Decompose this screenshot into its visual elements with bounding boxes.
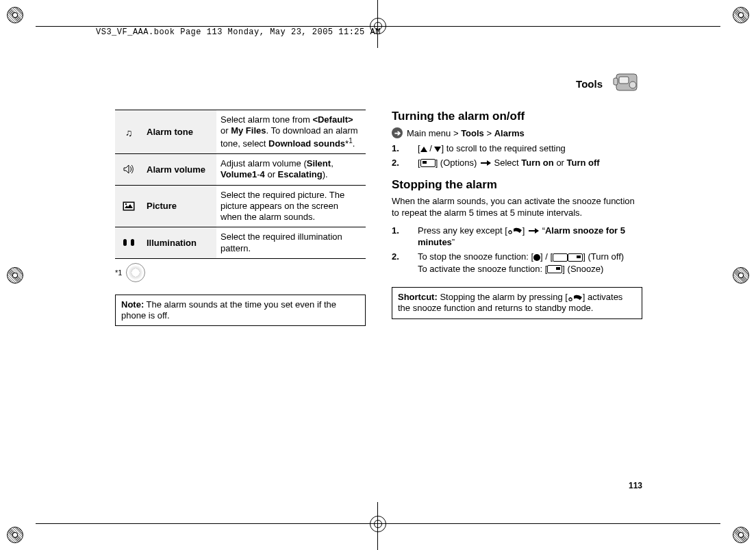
arrow-right-icon [529, 230, 538, 232]
print-header: VS3_VF_AAA.book Page 113 Monday, May 23,… [96, 27, 381, 37]
note-box: Note: The alarm sounds at the time you s… [115, 295, 366, 327]
table-row: ♫ Alarm tone Select alarm tone from <Def… [115, 110, 366, 154]
left-column: ♫ Alarm tone Select alarm tone from <Def… [115, 110, 366, 326]
crop-mark [708, 7, 749, 48]
center-key-icon [533, 254, 540, 261]
svg-rect-7 [123, 239, 127, 246]
table-row: Picture Select the required picture. The… [115, 185, 366, 227]
right-softkey-icon [547, 265, 562, 273]
svg-rect-1 [619, 77, 629, 84]
music-note-icon: ♫ [125, 128, 133, 138]
table-row: Illumination Select the required illumin… [115, 227, 366, 259]
right-column: Turning the alarm on/off ➔ Main menu > T… [392, 110, 642, 326]
crop-mark [708, 255, 749, 296]
end-key-icon [507, 227, 522, 235]
crop-mark [7, 502, 48, 543]
footnote: *1 [115, 263, 366, 282]
crop-mark [7, 255, 48, 296]
subheading-text: When the alarm sounds, you can activate … [392, 196, 642, 219]
tools-icon [612, 68, 642, 96]
row-label: Alarm tone [142, 110, 216, 154]
svg-point-2 [629, 82, 636, 88]
illumination-icon [123, 238, 135, 249]
heading-turning-alarm: Turning the alarm on/off [392, 110, 642, 123]
crop-mark [708, 502, 749, 543]
step-item: 2. To stop the snooze function: [] / [] … [392, 251, 642, 275]
breadcrumb: ➔ Main menu > Tools > Alarms [392, 127, 642, 138]
crop-mark [7, 7, 48, 48]
arrow-right-icon [481, 162, 490, 164]
heading-stopping-alarm: Stopping the alarm [392, 178, 642, 192]
steps-list-2: 1. Press any key except [] “Alarm snooze… [392, 225, 642, 275]
steps-list: 1. [ / ] to scroll to the required setti… [392, 142, 642, 168]
row-desc: Select alarm tone from <Default> or My F… [216, 110, 366, 154]
row-desc: Select the required picture. The picture… [216, 185, 366, 227]
row-label: Picture [142, 185, 216, 227]
right-softkey-icon [568, 253, 583, 262]
step-item: 1. [ / ] to scroll to the required setti… [392, 142, 642, 155]
svg-rect-3 [614, 78, 618, 85]
row-label: Alarm volume [142, 154, 216, 186]
speaker-icon [123, 164, 134, 175]
up-key-icon [420, 147, 427, 152]
end-key-icon [568, 294, 583, 302]
row-label: Illumination [142, 227, 216, 259]
section-title: Tools [576, 78, 603, 90]
left-softkey-icon [420, 159, 436, 167]
page-content: Tools ♫ Alarm tone Select alarm tone fro… [115, 68, 642, 479]
step-item: 2. [] (Options) Select Turn on or Turn o… [392, 157, 642, 169]
page-number: 113 [629, 481, 642, 490]
picture-icon [123, 201, 135, 212]
down-key-icon [434, 147, 441, 152]
table-row: Alarm volume Adjust alarm volume (Silent… [115, 154, 366, 186]
live-icon [126, 263, 145, 282]
shortcut-box: Shortcut: Stopping the alarm by pressing… [392, 287, 642, 319]
svg-rect-8 [131, 239, 134, 246]
row-desc: Select the required illumination pattern… [216, 227, 366, 259]
row-desc: Adjust alarm volume (Silent, Volume1-4 o… [216, 154, 366, 186]
settings-table: ♫ Alarm tone Select alarm tone from <Def… [115, 110, 366, 259]
arrow-circle-icon: ➔ [392, 127, 403, 138]
right-softkey-icon [553, 253, 568, 262]
step-item: 1. Press any key except [] “Alarm snooze… [392, 225, 642, 249]
svg-point-6 [125, 203, 127, 204]
